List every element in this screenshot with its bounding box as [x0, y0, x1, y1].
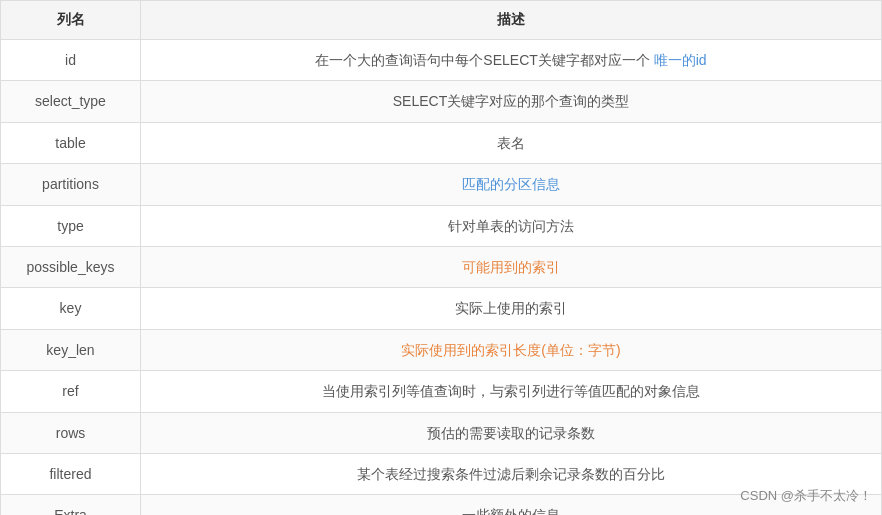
col-name-cell: type	[1, 205, 141, 246]
description-cell: 表名	[141, 122, 882, 163]
description-header: 描述	[141, 1, 882, 40]
description-cell: 实际上使用的索引	[141, 288, 882, 329]
table-row: key实际上使用的索引	[1, 288, 882, 329]
col-name-cell: table	[1, 122, 141, 163]
description-cell: 预估的需要读取的记录条数	[141, 412, 882, 453]
watermark: CSDN @杀手不太冷！	[740, 487, 872, 505]
table-row: select_typeSELECT关键字对应的那个查询的类型	[1, 81, 882, 122]
col-name-cell: possible_keys	[1, 246, 141, 287]
col-name-cell: Extra	[1, 495, 141, 515]
description-cell: 当使用索引列等值查询时，与索引列进行等值匹配的对象信息	[141, 371, 882, 412]
table-row: table表名	[1, 122, 882, 163]
col-name-cell: key	[1, 288, 141, 329]
col-name-cell: key_len	[1, 329, 141, 370]
explain-table: 列名 描述 id在一个大的查询语句中每个SELECT关键字都对应一个 唯一的id…	[0, 0, 882, 515]
unique-id-link[interactable]: 唯一的id	[654, 52, 707, 68]
table-row: type针对单表的访问方法	[1, 205, 882, 246]
table-row: rows预估的需要读取的记录条数	[1, 412, 882, 453]
description-cell: SELECT关键字对应的那个查询的类型	[141, 81, 882, 122]
col-name-cell: ref	[1, 371, 141, 412]
table-row: ref当使用索引列等值查询时，与索引列进行等值匹配的对象信息	[1, 371, 882, 412]
table-row: id在一个大的查询语句中每个SELECT关键字都对应一个 唯一的id	[1, 40, 882, 81]
col-name-cell: id	[1, 40, 141, 81]
table-row: partitions匹配的分区信息	[1, 164, 882, 205]
col-name-header: 列名	[1, 1, 141, 40]
description-cell: 针对单表的访问方法	[141, 205, 882, 246]
description-cell: 在一个大的查询语句中每个SELECT关键字都对应一个 唯一的id	[141, 40, 882, 81]
description-cell: 匹配的分区信息	[141, 164, 882, 205]
table-row: key_len实际使用到的索引长度(单位：字节)	[1, 329, 882, 370]
table-row: possible_keys可能用到的索引	[1, 246, 882, 287]
col-name-cell: rows	[1, 412, 141, 453]
col-name-cell: select_type	[1, 81, 141, 122]
col-name-cell: filtered	[1, 453, 141, 494]
description-cell: 实际使用到的索引长度(单位：字节)	[141, 329, 882, 370]
col-name-cell: partitions	[1, 164, 141, 205]
description-cell: 可能用到的索引	[141, 246, 882, 287]
